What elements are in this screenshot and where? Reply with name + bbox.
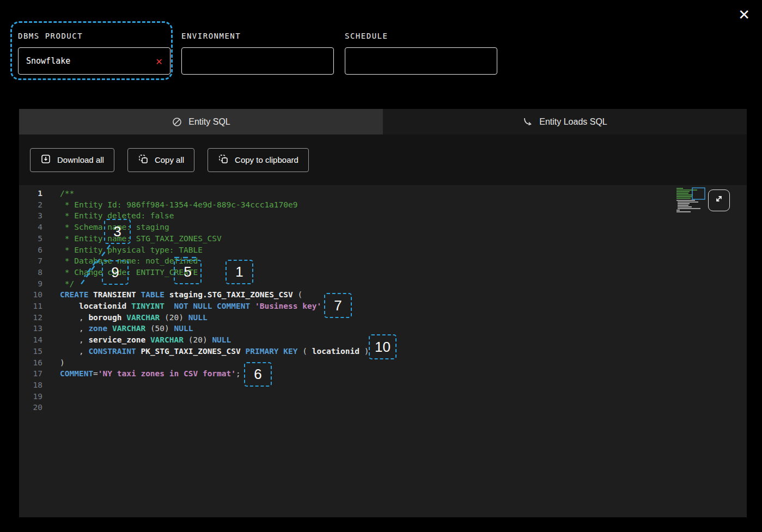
tab-entity-sql[interactable]: Entity SQL [19, 109, 383, 134]
line-number: 20 [19, 402, 42, 413]
code-line: 7 * Database name: not_defined [19, 255, 747, 267]
tab-bar: Entity SQL Entity Loads SQL [19, 109, 747, 134]
copy-to-clipboard-button[interactable]: Copy to clipboard [208, 148, 309, 172]
dbms-product-value: Snowflake [26, 56, 70, 66]
code-line: 20 [19, 402, 747, 413]
code-line: 16) [19, 357, 747, 369]
line-number: 5 [19, 233, 42, 244]
form-row: DBMS PRODUCT Snowflake ✕ ENVIRONMENT SCH… [18, 32, 497, 75]
line-number: 16 [19, 357, 42, 369]
line-number: 15 [19, 346, 42, 357]
code-line: 6 * Entity physical type: TABLE [19, 244, 747, 256]
sql-panel: Entity SQL Entity Loads SQL Download all [19, 109, 747, 517]
code-line: 11 locationid TINYINT NOT NULL COMMENT '… [19, 301, 747, 312]
code-line: 5 * Entity name: STG_TAXI_ZONES_CSV [19, 233, 747, 244]
line-number: 11 [19, 301, 42, 312]
line-number: 4 [19, 222, 42, 233]
code-lines: 1/**2 * Entity Id: 986ff984-1354-4e9d-88… [19, 188, 747, 413]
line-number: 12 [19, 312, 42, 323]
sql-code-editor[interactable]: 1/**2 * Entity Id: 986ff984-1354-4e9d-88… [19, 185, 747, 517]
environment-input[interactable] [181, 47, 334, 75]
clear-icon[interactable]: ✕ [156, 56, 162, 66]
code-line: 12 , borough VARCHAR (20) NULL [19, 312, 747, 323]
dbms-product-field: DBMS PRODUCT Snowflake ✕ [18, 32, 170, 75]
code-line: 8 * Change code: ENTITY_CREATE [19, 267, 747, 278]
line-number: 8 [19, 267, 42, 278]
code-line: 4 * Schema name: staging [19, 222, 747, 233]
code-line: 13 , zone VARCHAR (50) NULL [19, 323, 747, 334]
copy-icon [138, 154, 149, 166]
line-number: 7 [19, 255, 42, 267]
expand-icon [713, 193, 725, 208]
copy-all-button[interactable]: Copy all [127, 148, 194, 172]
code-line: 10CREATE TRANSIENT TABLE staging.STG_TAX… [19, 289, 747, 301]
line-number: 6 [19, 244, 42, 256]
line-number: 13 [19, 323, 42, 334]
expand-fullscreen-button[interactable] [708, 189, 730, 211]
line-number: 19 [19, 391, 42, 402]
line-number: 3 [19, 210, 42, 222]
schedule-field: SCHEDULE [345, 32, 497, 75]
download-all-button[interactable]: Download all [30, 148, 114, 172]
close-icon[interactable]: ✕ [738, 8, 750, 22]
download-icon [40, 154, 51, 166]
line-number: 17 [19, 368, 42, 380]
load-arrow-icon [522, 117, 533, 127]
download-all-label: Download all [57, 155, 104, 164]
tab-entity-sql-label: Entity SQL [188, 117, 230, 127]
code-line: 15 , CONSTRAINT PK_STG_TAXI_ZONES_CSV PR… [19, 346, 747, 357]
line-number: 10 [19, 289, 42, 301]
copy-to-clipboard-label: Copy to clipboard [235, 155, 298, 164]
schedule-label: SCHEDULE [345, 32, 497, 40]
copy-icon [218, 154, 229, 166]
line-number: 18 [19, 380, 42, 391]
dbms-product-label: DBMS PRODUCT [18, 32, 170, 40]
code-line: 18 [19, 380, 747, 391]
tab-entity-loads-sql[interactable]: Entity Loads SQL [383, 109, 747, 134]
environment-field: ENVIRONMENT [181, 32, 334, 75]
code-line: 14 , service_zone VARCHAR (20) NULL [19, 334, 747, 346]
code-line: 19 [19, 391, 747, 402]
line-number: 9 [19, 278, 42, 290]
minimap[interactable] [675, 187, 706, 216]
line-number: 2 [19, 199, 42, 211]
code-line: 1/** [19, 188, 747, 199]
code-line: 17COMMENT='NY taxi zones in CSV format'; [19, 368, 747, 380]
copy-all-label: Copy all [155, 155, 184, 164]
toolbar: Download all Copy all Copy to clipboard [19, 134, 747, 185]
line-number: 1 [19, 188, 42, 199]
environment-label: ENVIRONMENT [181, 32, 334, 40]
code-line: 9 */ [19, 278, 747, 290]
code-line: 3 * Entity deleted: false [19, 210, 747, 222]
dbms-product-input[interactable]: Snowflake ✕ [18, 47, 170, 75]
ban-circle-icon [172, 117, 182, 127]
tab-entity-loads-sql-label: Entity Loads SQL [539, 117, 607, 127]
line-number: 14 [19, 334, 42, 346]
schedule-input[interactable] [345, 47, 497, 75]
code-line: 2 * Entity Id: 986ff984-1354-4e9d-889c-3… [19, 199, 747, 211]
